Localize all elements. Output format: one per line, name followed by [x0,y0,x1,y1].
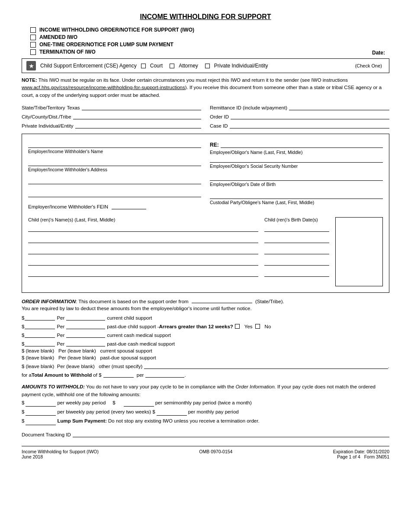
employer-fein-label: Employer/Income Withholder's FEIN [28,204,108,209]
per-line-1[interactable] [66,314,105,320]
employer-address-line2[interactable] [28,176,201,184]
lump-line[interactable] [26,418,56,425]
amount-line-4[interactable] [25,340,55,346]
employer-address-field: Employer/Income Withholder's Address [28,158,201,172]
checkbox-yes[interactable] [235,324,240,329]
private-entity-label: Private Individual/Entity [22,123,74,128]
private-entity-line[interactable] [75,122,201,128]
child-date-1[interactable] [264,224,329,232]
order-row-pastdue-spousal: $ (leave blank) Per (leave blank) past-d… [22,355,389,360]
agency-icon: ★ [26,61,36,71]
order-info-intro: : This document is based on the support … [76,299,189,304]
per-line-2[interactable] [66,322,105,329]
label-current-medical: current cash medical support [107,333,171,338]
label-current-child: current child support [107,315,152,320]
amount-line-1[interactable] [25,314,55,320]
other-specify-line[interactable] [144,362,388,369]
employee-dob-line[interactable] [210,173,383,181]
child-date-3[interactable] [264,247,329,254]
checkbox-no[interactable] [255,324,260,329]
attorney-label: Attorney [179,63,198,69]
note-link[interactable]: www.acf.hhs.gov/css/resource/income-with… [22,85,185,90]
yes-item: Yes [235,324,253,329]
right-col: RE: Employee/Obligor's Name (Last, First… [210,140,383,213]
amounts-row-weekly: $ per weekly pay period $ per semimonthl… [22,399,389,407]
biweekly-label: per biweekly pay period (every two weeks… [57,408,155,416]
checkbox-amended[interactable] [30,35,36,40]
total-bold-label: Total Amount to Withhold [32,372,92,378]
child-name-4[interactable] [28,258,258,266]
employee-ssn-field: Employee/Obligor's Social Security Numbe… [210,155,383,169]
weekly-line[interactable] [26,400,56,407]
field-state: State/Tribe/Territory Texas [22,103,201,110]
private-label: Private Individual/Entity [214,63,268,69]
re-row: RE: [210,140,383,148]
employer-address-line3[interactable] [28,189,201,197]
court-label: Court [150,63,163,69]
child-name-3[interactable] [28,247,258,254]
check-one-label: (Check One) [355,63,382,68]
city-line[interactable] [73,112,201,119]
child-date-4[interactable] [264,258,329,266]
employee-dob-label: Employee/Obligor's Date of Birth [210,182,383,187]
label-pastdue-medical: past-due cash medical support [107,341,175,346]
checkbox-iwo[interactable] [30,27,36,33]
checkbox-termination[interactable] [30,49,36,55]
monthly-line[interactable] [157,409,187,416]
field-case: Case ID [210,122,389,128]
amounts-header: AMOUNTS TO WITHHOLD: [22,384,85,389]
checkbox-onetime[interactable] [30,42,36,48]
re-line[interactable] [221,140,383,148]
note-text: This IWO must be regular on its face. Un… [37,77,348,83]
amount-line-2[interactable] [25,322,55,329]
date-label: Date: [372,50,385,56]
child-name-2[interactable] [28,235,258,243]
fields-section: State/Tribe/Territory Texas Remittance I… [22,103,389,128]
checkbox-court[interactable] [141,64,146,68]
per-line-3[interactable] [66,331,105,338]
children-dates-label: Child (ren)'s Birth Date(s) [264,217,329,222]
employer-address-line1[interactable] [28,158,201,166]
remittance-line[interactable] [289,103,389,110]
state-tribe-line[interactable] [192,303,252,303]
child-date-5[interactable] [264,269,329,277]
employer-fein-line[interactable] [112,202,146,209]
label-termination: TERMINATION OF IWO [39,49,96,55]
child-date-2[interactable] [264,235,329,243]
semimonthly-line[interactable] [124,400,154,407]
per-line-4[interactable] [66,340,105,346]
state-line[interactable] [82,103,201,110]
order-line[interactable] [231,112,389,119]
footer-expiration: Expiration Date: 08/31/2020 [333,449,389,454]
footer-page: Page 1 of 4 [337,454,360,459]
custodial-line[interactable] [210,191,383,199]
children-names-col: Child (ren)'s Name(s) (Last, First, Midd… [28,217,258,286]
left-col: Employer/Income Withholder's Name Employ… [28,140,201,213]
child-name-1[interactable] [28,224,258,232]
children-dates-col: Child (ren)'s Birth Date(s) [264,217,329,286]
employer-name-line[interactable] [28,140,201,148]
child-name-5[interactable] [28,269,258,277]
field-row-private: Private Individual/Entity Case ID [22,122,389,128]
label-other: other (must specify) [99,364,142,369]
note-label: NOTE: [22,77,37,83]
checkbox-attorney[interactable] [170,64,174,68]
order-info-header: ORDER INFORMATION [22,299,76,304]
total-per-line[interactable] [145,371,184,378]
label-pastdue-child: past-due child support - [107,324,159,329]
checkbox-private[interactable] [205,64,210,68]
state-value: Texas [67,105,80,110]
agency-label: Child Support Enforcement (CSE) Agency [40,63,137,69]
amount-line-3[interactable] [25,331,55,338]
weekly-label: per weekly pay period [57,399,106,407]
employee-ssn-line[interactable] [210,155,383,163]
doc-tracking-line[interactable] [73,430,389,437]
biweekly-line[interactable] [26,409,56,416]
main-box: Employer/Income Withholder's Name Employ… [22,134,389,293]
yes-no-group: Yes No [235,324,271,329]
case-line[interactable] [230,122,389,128]
amounts-header-row: AMOUNTS TO WITHHOLD: You do not have to … [22,383,389,399]
doc-tracking-label: Document Tracking ID [22,432,71,437]
sender-row: ★ Child Support Enforcement (CSE) Agency… [22,58,389,73]
total-amount-line[interactable] [103,371,134,378]
